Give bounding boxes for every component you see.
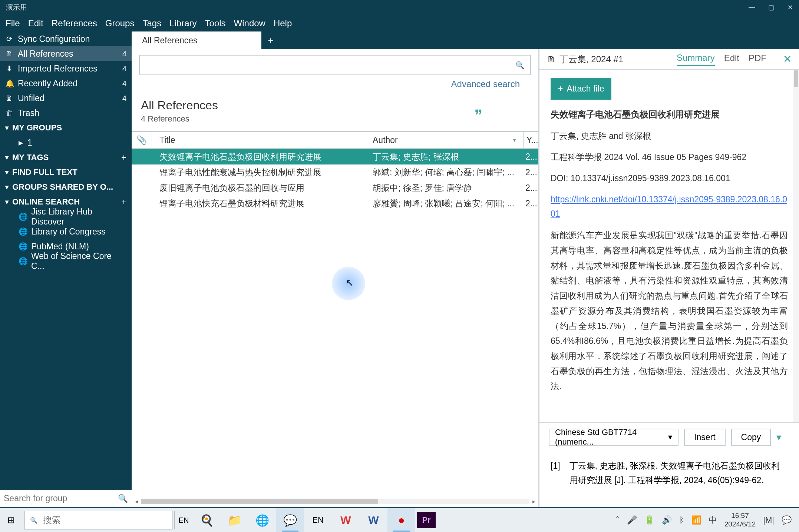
tray-mic-icon[interactable]: 🎤 (627, 515, 637, 525)
import-icon: ⬇ (5, 64, 13, 73)
minimize-button[interactable]: — (749, 3, 755, 11)
close-window-button[interactable]: ✕ (788, 3, 793, 11)
language-indicator-en[interactable]: EN (174, 511, 193, 529)
sort-icon: ▾ (513, 137, 516, 143)
scroll-left-icon[interactable]: ◂ (132, 498, 141, 505)
col-author[interactable]: Author▾ (365, 132, 524, 148)
menu-library[interactable]: Library (169, 18, 197, 29)
advanced-search-link[interactable]: Advanced search (139, 75, 531, 89)
online-search-loc[interactable]: 🌐 Library of Congress (0, 224, 132, 239)
tab-summary[interactable]: Summary (677, 53, 715, 66)
add-tab-button[interactable]: + (261, 35, 280, 46)
tray-notifications-icon[interactable]: 💬 (782, 515, 792, 525)
sidebar-item-imported[interactable]: ⬇ Imported References 4 (0, 61, 132, 76)
col-attachment[interactable]: 📎 (132, 132, 152, 148)
trash-icon: 🗑 (5, 109, 13, 117)
add-tag-button[interactable]: + (121, 152, 126, 163)
group-label: MY GROUPS (12, 123, 62, 133)
globe-icon: 🌐 (19, 242, 27, 251)
menu-file[interactable]: File (6, 18, 20, 29)
tray-battery-icon[interactable]: 🔋 (644, 515, 654, 525)
menu-references[interactable]: References (52, 18, 97, 29)
count-badge: 4 (122, 50, 126, 58)
sidebar-group-my-tags[interactable]: ▾ MY TAGS + (0, 150, 132, 165)
vertical-scrollbar[interactable] (793, 70, 799, 422)
reference-authors: 丁云集, 史志胜 and 张深根 (551, 129, 788, 143)
col-title[interactable]: Title (152, 132, 365, 148)
taskbar-app-edge[interactable]: 🌐 (248, 508, 276, 532)
reference-meta: 工程科学学报 2024 Vol. 46 Issue 05 Pages 949-9… (551, 150, 788, 164)
tab-pdf[interactable]: PDF (749, 53, 766, 65)
copy-citation-button[interactable]: Copy (731, 429, 771, 446)
cell-title: 锂离子电池快充石墨负极材料研究进展 (152, 196, 365, 211)
tray-volume-icon[interactable]: 🔊 (662, 515, 672, 525)
tray-chevron-up-icon[interactable]: ˄ (615, 515, 620, 525)
sidebar-group-shared[interactable]: ▾ GROUPS SHARED BY O... (0, 180, 132, 194)
citation-style-dropdown[interactable]: Chinese Std GBT7714 (numeric... ▾ (549, 429, 679, 446)
online-search-jisc[interactable]: 🌐 Jisc Library Hub Discover (0, 209, 132, 224)
tab-all-references[interactable]: All References (132, 31, 261, 49)
search-icon[interactable]: 🔍 (118, 494, 128, 503)
taskbar-app-explorer[interactable]: 📁 (221, 508, 248, 532)
menu-window[interactable]: Window (234, 18, 265, 29)
menu-tags[interactable]: Tags (142, 18, 161, 29)
reference-url[interactable]: https://link.cnki.net/doi/10.13374/j.iss… (551, 192, 788, 221)
maximize-button[interactable]: ▢ (768, 3, 775, 11)
add-online-search-button[interactable]: + (121, 197, 126, 207)
taskbar-app-word[interactable]: W (360, 508, 387, 532)
table-row[interactable]: 锂离子电池快充石墨负极材料研究进展 廖雅贇; 周峰; 张颖曦; 吕途安; 何阳;… (132, 196, 538, 211)
taskbar-app-1[interactable]: 🍳 (193, 508, 221, 532)
sidebar-group-item-1[interactable]: ▶ 1 (0, 135, 132, 150)
tab-edit[interactable]: Edit (724, 53, 739, 65)
search-input[interactable] (145, 60, 515, 70)
sidebar-item-all-references[interactable]: 🗎 All References 4 (0, 46, 132, 61)
sidebar-group-my-groups[interactable]: ▾ MY GROUPS (0, 120, 132, 135)
globe-icon: 🌐 (19, 212, 27, 221)
sync-configuration[interactable]: ⟳ Sync Configuration (0, 31, 132, 46)
sidebar-item-trash[interactable]: 🗑 Trash (0, 106, 132, 120)
tray-clock[interactable]: 16:57 2024/6/12 (724, 512, 756, 529)
tray-wifi-icon[interactable]: 📶 (691, 515, 701, 525)
table-row[interactable]: 失效锂离子电池石墨负极回收利用研究进展 丁云集; 史志胜; 张深根 2... (132, 149, 538, 164)
scrollbar-thumb[interactable] (794, 70, 798, 87)
menu-tools[interactable]: Tools (205, 18, 226, 29)
quote-icon[interactable]: ❞ (475, 107, 483, 124)
col-year[interactable]: Y... (524, 132, 538, 148)
attach-file-button[interactable]: + Attach file (551, 78, 611, 100)
sidebar-search-input[interactable] (4, 493, 118, 503)
menu-help[interactable]: Help (274, 18, 292, 29)
chevron-down-icon: ▾ (5, 168, 9, 176)
taskbar-app-dict[interactable]: EN (304, 508, 332, 532)
sidebar-item-label: Imported References (18, 64, 98, 74)
sidebar-group-find-full-text[interactable]: ▾ FIND FULL TEXT (0, 165, 132, 180)
taskbar-app-record[interactable]: ● (387, 508, 415, 532)
table-row[interactable]: 废旧锂离子电池负极石墨的回收与应用 胡振中; 徐圣; 罗佳; 唐学静 2... (132, 180, 538, 196)
start-button[interactable]: ⊞ (0, 508, 22, 532)
insert-citation-button[interactable]: Insert (684, 429, 726, 446)
online-search-wos[interactable]: 🌐 Web of Science Core C... (0, 254, 132, 269)
count-badge: 4 (122, 94, 126, 103)
menu-groups[interactable]: Groups (105, 18, 135, 29)
scroll-right-icon[interactable]: ▸ (529, 498, 538, 505)
table-row[interactable]: 锂离子电池性能衰减与热失控机制研究进展 郭斌; 刘新华; 何瑢; 高心磊; 闫啸… (132, 164, 538, 180)
citation-more-icon[interactable]: ▾ (776, 432, 781, 443)
group-label: FIND FULL TEXT (12, 167, 77, 177)
menu-edit[interactable]: Edit (28, 18, 43, 29)
taskbar-app-wps[interactable]: W (332, 508, 360, 532)
cell-year: 2... (524, 196, 538, 211)
sidebar-item-unfiled[interactable]: 🗎 Unfiled 4 (0, 91, 132, 106)
horizontal-scrollbar[interactable]: ◂ ▸ (132, 496, 538, 507)
scrollbar-thumb[interactable] (141, 499, 378, 504)
tray-bluetooth-icon[interactable]: ᛒ (679, 515, 684, 525)
taskbar-search[interactable]: 🔍 (24, 511, 172, 529)
taskbar-app-premiere[interactable]: Pr (417, 512, 436, 528)
tab-label: All References (142, 36, 198, 46)
taskbar-app-wechat[interactable]: 💬 (276, 508, 304, 532)
search-icon[interactable]: 🔍 (515, 61, 525, 70)
tray-app-icon[interactable]: |M| (763, 515, 774, 525)
taskbar-search-input[interactable] (43, 515, 166, 525)
sidebar-item-recently-added[interactable]: 🔔 Recently Added 4 (0, 76, 132, 91)
close-detail-button[interactable]: ✕ (783, 53, 792, 65)
tray-ime-indicator[interactable]: 中 (709, 515, 717, 526)
plus-icon: + (558, 82, 563, 96)
